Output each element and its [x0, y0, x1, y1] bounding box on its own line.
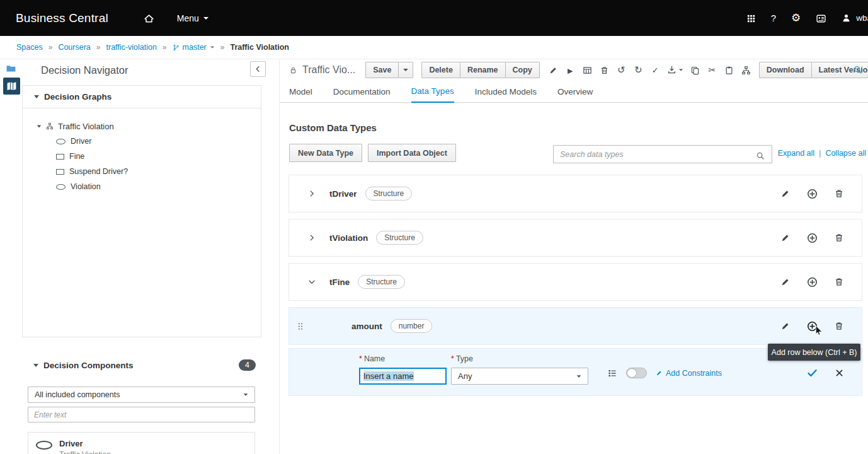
link-separator: | [819, 149, 821, 158]
cut-scissors-icon[interactable]: ✂ [707, 64, 717, 76]
validate-check-icon[interactable]: ✓ [650, 64, 661, 76]
pen-icon[interactable] [548, 64, 559, 76]
new-data-type-button[interactable]: New Data Type [289, 144, 362, 162]
branch-selector[interactable]: master [173, 43, 215, 52]
tree-item-fine[interactable]: Fine [56, 149, 261, 164]
add-plus-icon[interactable] [807, 189, 818, 199]
user-icon [842, 13, 851, 23]
add-plus-icon[interactable] [807, 233, 818, 243]
table-grid-icon[interactable] [582, 64, 593, 76]
tree-item-violation[interactable]: Violation [56, 179, 261, 194]
component-item-driver[interactable]: Driver Traffic Violation [36, 439, 247, 454]
asset-title: Traffic Vio... [302, 64, 355, 76]
decision-navigator-panel: Decision Navigator Decision Graphs Traff… [23, 59, 261, 454]
rename-button[interactable]: Rename [460, 62, 506, 78]
edit-pencil-icon[interactable] [780, 321, 791, 331]
drag-handle-icon[interactable] [296, 322, 305, 331]
tab-data-types[interactable]: Data Types [411, 86, 454, 103]
panel-title: Decision Navigator [41, 64, 128, 76]
tree-item-label: Suspend Driver? [69, 167, 128, 176]
trash-icon[interactable] [599, 64, 610, 76]
type-label: *Type [451, 354, 588, 363]
search-icon[interactable] [756, 149, 765, 161]
data-types-search-input[interactable] [553, 145, 772, 163]
name-input-value: Insert a name [363, 371, 414, 381]
component-subtitle: Traffic Violation [59, 450, 111, 454]
collapse-all-link[interactable]: Collapse all [825, 149, 866, 158]
tree-root-traffic-violation[interactable]: Traffic Violation [37, 119, 261, 134]
components-filter-select[interactable]: All included components [28, 387, 255, 403]
editor-toolbar: Traffic Vio... Save Delete Rename Copy ▶… [280, 61, 868, 79]
hierarchy-icon[interactable] [741, 64, 751, 76]
type-select[interactable]: Any [451, 368, 588, 385]
edit-pencil-icon[interactable] [780, 233, 791, 243]
help-icon[interactable]: ? [771, 13, 776, 23]
delete-trash-icon[interactable] [834, 277, 844, 287]
tree-item-suspend-driver[interactable]: Suspend Driver? [56, 164, 261, 179]
left-tool-strip [0, 59, 23, 454]
breadcrumb-space-name[interactable]: Coursera [58, 43, 90, 52]
data-type-name: tDriver [329, 189, 357, 199]
expand-all-link[interactable]: Expand all [778, 149, 814, 158]
menu-dropdown[interactable]: Menu [177, 13, 208, 23]
decision-components-header[interactable]: Decision Components 4 [33, 357, 256, 373]
apps-grid-icon[interactable] [746, 12, 756, 23]
confirm-check-icon[interactable] [807, 368, 818, 378]
edit-pencil-icon[interactable] [780, 277, 791, 287]
undo-icon[interactable]: ↺ [616, 64, 627, 76]
search-icon[interactable] [853, 64, 862, 75]
tab-overview[interactable]: Overview [557, 87, 593, 102]
cancel-x-icon[interactable] [835, 368, 844, 378]
copy-button[interactable]: Copy [505, 62, 540, 78]
collapse-chevron-icon[interactable] [308, 278, 316, 286]
delete-button[interactable]: Delete [421, 62, 460, 78]
components-search-input[interactable] [28, 407, 255, 422]
filter-selected-value: All included components [35, 390, 120, 399]
decision-node-icon [56, 169, 64, 175]
download-arrow-icon [667, 65, 677, 74]
breadcrumb-spaces[interactable]: Spaces [16, 43, 43, 52]
decision-graphs-header[interactable]: Decision Graphs [23, 86, 261, 108]
expand-chevron-icon[interactable] [308, 190, 316, 197]
decision-navigator-toggle[interactable] [3, 78, 20, 95]
name-input[interactable]: Insert a name [359, 368, 447, 385]
id-badge-icon[interactable] [816, 12, 826, 23]
add-constraints-link[interactable]: Add Constraints [656, 369, 722, 378]
breadcrumb-project[interactable]: traffic-violation [106, 43, 157, 52]
delete-trash-icon[interactable] [834, 189, 844, 199]
tree-item-driver[interactable]: Driver [56, 134, 261, 149]
constraints-list-icon[interactable] [607, 368, 617, 378]
save-options-button[interactable] [398, 62, 413, 78]
user-menu[interactable]: wba [842, 13, 868, 23]
add-plus-icon[interactable] [807, 277, 818, 288]
expand-chevron-icon[interactable] [308, 234, 316, 242]
caret-down-icon [34, 95, 39, 98]
add-row-tooltip: Add row below (Ctrl + B) [768, 344, 860, 361]
export-dropdown[interactable] [667, 65, 683, 74]
save-split-button: Save [365, 62, 413, 78]
edit-pencil-icon[interactable] [780, 189, 791, 199]
delete-trash-icon[interactable] [834, 233, 844, 243]
tree-item-label: Fine [69, 152, 84, 161]
tree-children: Driver Fine Suspend Driver? Violation [56, 134, 261, 194]
constraints-toggle[interactable] [626, 368, 647, 378]
tab-documentation[interactable]: Documentation [333, 87, 391, 102]
home-icon[interactable] [144, 12, 154, 23]
tab-model[interactable]: Model [289, 87, 312, 102]
import-data-object-button[interactable]: Import Data Object [368, 144, 456, 162]
redo-icon[interactable]: ↻ [633, 64, 644, 76]
delete-trash-icon[interactable] [834, 321, 844, 331]
download-button[interactable]: Download [759, 62, 812, 78]
toggle-knob [627, 368, 637, 378]
input-data-node-icon [56, 184, 66, 190]
save-button[interactable]: Save [365, 62, 399, 78]
copy-document-icon[interactable] [690, 64, 700, 76]
required-marker: * [359, 354, 362, 363]
settings-gear-icon[interactable]: ⚙ [791, 13, 801, 23]
tab-included-models[interactable]: Included Models [475, 87, 537, 102]
play-icon[interactable]: ▶ [565, 64, 576, 76]
collapse-panel-button[interactable] [250, 61, 266, 77]
paste-clipboard-icon[interactable] [724, 64, 734, 76]
project-explorer-icon[interactable] [5, 62, 17, 74]
section-title: Decision Graphs [44, 92, 111, 102]
